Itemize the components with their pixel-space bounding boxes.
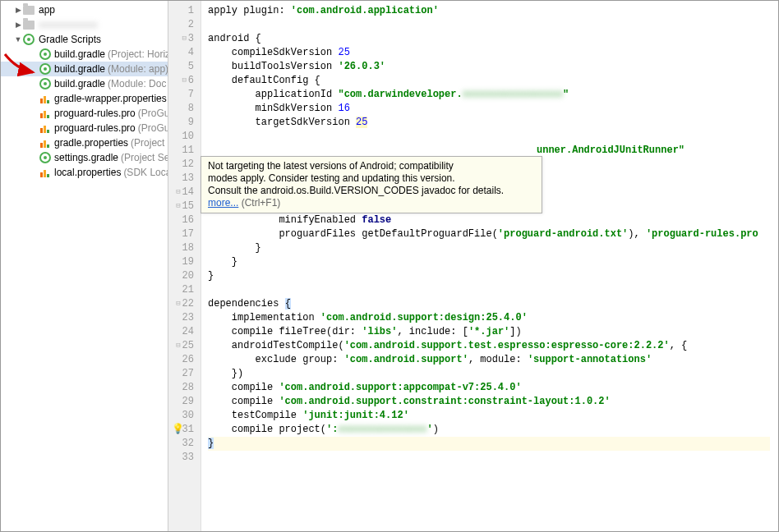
line-number: 9 [168, 116, 201, 130]
tree-label: settings.gradle [54, 152, 118, 163]
code-line[interactable]: exclude group: 'com.android.support', mo… [208, 353, 778, 367]
code-line[interactable]: testCompile 'junit:junit:4.12' [208, 409, 778, 423]
token: 'com.android.support' [344, 354, 468, 365]
line-number: ⊟14 [168, 186, 201, 200]
token: , include: [ [397, 326, 468, 337]
code-line[interactable]: } [208, 269, 778, 283]
tree-item[interactable]: ▶gradle.properties(Project P… [1, 135, 168, 150]
chevron-down-icon[interactable]: ▼ [14, 35, 22, 44]
token: minifyEnabled [208, 214, 362, 226]
gradle-icon [39, 48, 51, 61]
properties-icon [39, 92, 51, 105]
token: , module: [468, 354, 528, 365]
tree-hint: (Project Set… [121, 152, 168, 163]
properties-icon [39, 136, 51, 149]
code-line[interactable]: applicationId "com.darwindeveloper.xxxxx… [208, 88, 778, 102]
code-line[interactable] [208, 451, 778, 465]
tree-label: proguard-rules.pro [54, 108, 136, 119]
line-number: 29 [168, 395, 201, 409]
token: ) [433, 424, 439, 435]
code-line[interactable]: apply plugin: 'com.android.application' [208, 4, 778, 18]
code-line[interactable]: compile project(':xxxxxxxxxxxxxxx') [208, 423, 778, 437]
tree-item[interactable]: ▶gradle-wrapper.properties [1, 91, 168, 106]
tree-label: xxxxxxxxxxxx [39, 19, 98, 30]
line-number: 12 [168, 158, 201, 172]
token: dependencies [208, 298, 285, 310]
code-line[interactable]: }) [208, 367, 778, 381]
code-line[interactable]: } [208, 255, 778, 269]
token: ' [426, 424, 432, 435]
tree-item[interactable]: ▶xxxxxxxxxxxx [1, 17, 168, 32]
token: testCompile [208, 410, 302, 421]
tree-item[interactable]: ▶proguard-rules.pro(ProGu… [1, 106, 168, 121]
tree-item[interactable]: ▶build.gradle(Module: Doc… [1, 76, 168, 91]
code-line[interactable]: minSdkVersion 16 [208, 102, 778, 116]
code-line[interactable]: defaultConfig { [208, 74, 778, 88]
token: ': [326, 424, 338, 435]
tree-item[interactable]: ▶build.gradle(Project: Horiz… [1, 47, 168, 62]
fold-icon[interactable]: ⊟ [176, 186, 180, 200]
code-line[interactable]: compile 'com.android.support:appcompat-v… [208, 381, 778, 395]
project-tree[interactable]: ▶app▶xxxxxxxxxxxx▼Gradle Scripts▶build.g… [1, 1, 168, 531]
token: 'support-annotations' [528, 354, 652, 365]
fold-icon[interactable]: ⊟ [176, 200, 180, 213]
tree-label: Gradle Scripts [39, 34, 101, 45]
code-line[interactable]: } [208, 437, 778, 451]
code-line[interactable]: android { [208, 32, 778, 46]
token: } [208, 438, 214, 449]
line-number: ⊟22 [168, 297, 201, 311]
code-line[interactable]: compile fileTree(dir: 'libs', include: [… [208, 325, 778, 339]
chevron-right-icon[interactable]: ▶ [14, 6, 22, 14]
code-line[interactable]: dependencies { [208, 297, 778, 311]
tree-item[interactable]: ▶local.properties(SDK Locat… [1, 165, 168, 180]
fold-icon[interactable]: ⊟ [182, 32, 186, 46]
code-line[interactable] [208, 18, 778, 32]
tree-item[interactable]: ▶app [1, 2, 168, 17]
token: 'proguard-android.txt' [498, 228, 628, 240]
intention-bulb-icon[interactable]: 💡 [172, 423, 184, 437]
tree-item[interactable]: ▶settings.gradle(Project Set… [1, 150, 168, 165]
code-line[interactable]: compile 'com.android.support.constraint:… [208, 395, 778, 409]
line-number: 19 [168, 255, 201, 269]
line-number: 33 [168, 451, 201, 465]
code-line[interactable]: implementation 'com.android.support:desi… [208, 311, 778, 325]
fold-icon[interactable]: ⊟ [176, 297, 180, 311]
code-line[interactable]: compileSdkVersion 25 [208, 46, 778, 60]
code-line[interactable]: proguardFiles getDefaultProguardFile('pr… [208, 227, 778, 241]
chevron-right-icon[interactable]: ▶ [14, 21, 22, 29]
tree-item[interactable]: ▶build.gradle(Module: app) [1, 62, 168, 76]
line-number: ⊟25 [168, 339, 201, 353]
token: 'com.android.support:appcompat-v7:25.4.0… [279, 382, 521, 393]
editor-code[interactable]: apply plugin: 'com.android.application'a… [201, 1, 778, 531]
line-number: 30 [168, 409, 201, 423]
line-number: 24 [168, 325, 201, 339]
code-editor[interactable]: 12⊟345⊟678910111213⊟14⊟15161718192021⊟22… [168, 1, 778, 531]
code-line[interactable] [208, 283, 778, 297]
token: unner.AndroidJUnitRunner" [208, 144, 685, 156]
code-line[interactable]: } [208, 241, 778, 255]
tree-hint: (Module: app) [108, 63, 168, 75]
line-number: 11 [168, 144, 201, 158]
code-line[interactable] [208, 130, 778, 144]
folder-icon [22, 3, 35, 16]
fold-icon[interactable]: ⊟ [182, 74, 186, 88]
line-number: ⊟6 [168, 74, 201, 88]
properties-icon [39, 107, 51, 120]
line-number: 23 [168, 311, 201, 325]
code-line[interactable]: targetSdkVersion 25 [208, 116, 778, 130]
line-number: ⊟3 [168, 32, 201, 46]
tooltip-more-link[interactable]: more... [208, 197, 238, 209]
gradle-icon [39, 62, 51, 76]
code-line[interactable]: androidTestCompile('com.android.support.… [208, 339, 778, 353]
tree-item[interactable]: ▼Gradle Scripts [1, 32, 168, 47]
token: " [563, 89, 569, 100]
line-number: 26 [168, 353, 201, 367]
fold-icon[interactable]: ⊟ [176, 339, 180, 353]
token: { [285, 298, 291, 310]
line-number: 28 [168, 381, 201, 395]
tree-label: proguard-rules.pro [54, 122, 136, 134]
tree-item[interactable]: ▶proguard-rules.pro(ProGu… [1, 121, 168, 135]
tooltip-text: modes apply. Consider testing and updati… [208, 172, 455, 184]
code-line[interactable]: minifyEnabled false [208, 213, 778, 227]
code-line[interactable]: buildToolsVersion '26.0.3' [208, 60, 778, 74]
